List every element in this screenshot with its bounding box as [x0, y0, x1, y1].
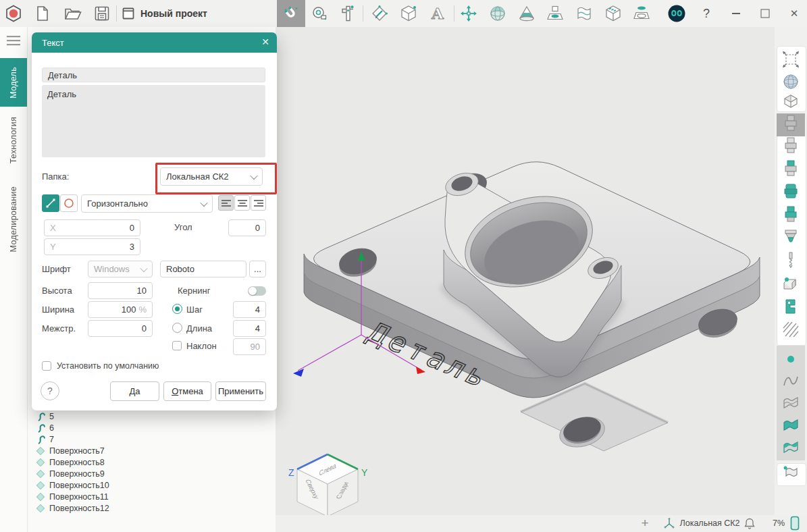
- step-field[interactable]: 4: [233, 301, 266, 318]
- tool-teal-top[interactable]: [782, 159, 800, 181]
- font-name-field[interactable]: Roboto: [160, 261, 246, 277]
- app-logo-icon[interactable]: [5, 5, 22, 22]
- workpiece-stock-tool[interactable]: [781, 275, 800, 295]
- tree-item-surface[interactable]: Поверхность10: [35, 479, 109, 491]
- assistant-robot-icon[interactable]: [667, 3, 687, 24]
- set-default-checkbox[interactable]: [42, 361, 51, 371]
- coordinate-system-icon: [663, 517, 675, 529]
- minimize-button[interactable]: [732, 13, 740, 14]
- tree-item-surface[interactable]: Поверхность8: [35, 456, 105, 468]
- dialog-titlebar[interactable]: Текст ✕: [32, 32, 277, 53]
- tool-holder-selected[interactable]: [782, 114, 800, 136]
- surface-half-teal-tool[interactable]: [782, 440, 800, 458]
- move-tool[interactable]: [460, 5, 477, 22]
- linespacing-field[interactable]: 0: [88, 320, 153, 337]
- tab-technology-label: Технология: [9, 117, 18, 163]
- save-button[interactable]: [94, 5, 110, 22]
- width-unit: %: [138, 304, 147, 315]
- point-tool[interactable]: [785, 354, 796, 367]
- tree-item-spline[interactable]: 5: [37, 410, 54, 422]
- dialog-help-label: ?: [47, 385, 53, 396]
- angle-field[interactable]: 0: [228, 219, 266, 236]
- slant-field[interactable]: 90: [233, 338, 266, 355]
- font-system-dropdown[interactable]: Windows: [88, 261, 153, 277]
- sphere-wireframe-tool[interactable]: [782, 73, 800, 93]
- tree-item-spline[interactable]: 6: [37, 422, 54, 433]
- solid-body-tool[interactable]: [400, 5, 417, 22]
- sketch-tool[interactable]: [371, 5, 388, 22]
- emboss-tool[interactable]: [633, 5, 650, 22]
- tree-item-surface[interactable]: Поверхность11: [35, 491, 109, 502]
- align-right-button[interactable]: [251, 195, 266, 211]
- ok-button[interactable]: Да: [110, 381, 159, 401]
- tab-model[interactable]: Модель: [0, 58, 27, 107]
- press-tool[interactable]: [546, 5, 564, 22]
- project-tab[interactable]: Новый проект: [140, 0, 207, 27]
- hamburger-menu-icon[interactable]: [7, 35, 20, 46]
- x-coordinate-field[interactable]: X0: [44, 219, 140, 236]
- tool-teal-stepped[interactable]: [782, 205, 800, 227]
- tree-item-surface[interactable]: Поверхность7: [35, 445, 105, 456]
- add-button[interactable]: +: [641, 516, 648, 531]
- font-browse-button[interactable]: ...: [249, 261, 266, 277]
- tree-item-surface[interactable]: Поверхность9: [35, 468, 105, 479]
- tab-technology[interactable]: Технология: [0, 109, 27, 171]
- apply-button[interactable]: Применить: [215, 381, 266, 401]
- measure-tape-tool[interactable]: [311, 5, 328, 22]
- width-field[interactable]: 100%: [88, 301, 153, 318]
- sphere-mesh-tool[interactable]: [489, 5, 506, 22]
- drill-bit-tool[interactable]: [784, 251, 798, 273]
- open-file-button[interactable]: [64, 6, 82, 21]
- folder-dropdown[interactable]: Локальная СК2: [160, 167, 263, 186]
- help-button[interactable]: ?: [703, 7, 710, 21]
- viewport-3d[interactable]: Деталь Z Y Слева Сверху: [276, 27, 775, 515]
- text-name-input[interactable]: Деталь: [42, 68, 265, 82]
- cube-pattern-tool[interactable]: [605, 5, 621, 22]
- tool-cone-teal[interactable]: [782, 228, 800, 250]
- surface-outline-tool[interactable]: [782, 395, 800, 414]
- height-field[interactable]: 10: [88, 282, 153, 299]
- tab-modeling[interactable]: Моделирование: [0, 174, 27, 265]
- dialog-close-icon[interactable]: ✕: [261, 36, 269, 47]
- maximize-button[interactable]: [761, 9, 770, 18]
- text-tool[interactable]: A: [429, 5, 446, 22]
- slant-checkbox[interactable]: [172, 341, 182, 350]
- align-center-button[interactable]: [234, 195, 250, 211]
- length-radio[interactable]: [172, 323, 182, 333]
- new-document-button[interactable]: [35, 5, 50, 22]
- magnet-snap-tool[interactable]: [283, 5, 299, 22]
- tree-item-spline[interactable]: 7: [37, 433, 54, 445]
- caliper-tool[interactable]: [341, 5, 355, 22]
- machine-fixture-tool[interactable]: [782, 298, 800, 318]
- hatch-section-tool[interactable]: [781, 320, 800, 342]
- surface-teal-tool[interactable]: [782, 417, 800, 436]
- box-section-tool[interactable]: [781, 93, 800, 112]
- zoom-level[interactable]: 7%: [773, 518, 785, 528]
- tree-item-surface[interactable]: Поверхность12: [35, 502, 109, 514]
- cone-fill-tool[interactable]: [518, 5, 536, 22]
- notifications-bell[interactable]: [744, 517, 755, 529]
- step-radio[interactable]: [172, 304, 182, 314]
- text-content-textarea[interactable]: Деталь: [42, 85, 265, 157]
- direction-dropdown[interactable]: Горизонтально: [81, 194, 213, 213]
- tool-teal-cylinder[interactable]: [782, 182, 800, 204]
- part-3d[interactable]: Деталь: [304, 162, 760, 452]
- circle-icon: [63, 198, 74, 209]
- fit-selection-tool[interactable]: [781, 50, 800, 72]
- surface-point-tool[interactable]: [782, 464, 800, 483]
- curve-tool[interactable]: [782, 373, 800, 391]
- circle-mode-button[interactable]: [60, 194, 78, 212]
- cancel-button[interactable]: Отмена: [163, 381, 211, 401]
- active-cs-label[interactable]: Локальная СК2: [679, 518, 739, 528]
- wave-surface-tool[interactable]: [575, 5, 593, 22]
- close-button[interactable]: ✕: [790, 7, 799, 20]
- line-mode-button[interactable]: [42, 194, 59, 212]
- dialog-help-button[interactable]: ?: [41, 381, 59, 400]
- tool-holder-gray[interactable]: [782, 136, 800, 158]
- diagonal-line-icon: [45, 198, 56, 209]
- kerning-toggle[interactable]: [248, 286, 266, 296]
- length-field[interactable]: 4: [233, 320, 266, 337]
- view-cube[interactable]: Z Y Слева Сверху Сзади: [288, 454, 368, 515]
- align-left-button[interactable]: [218, 195, 234, 211]
- y-coordinate-field[interactable]: Y3: [44, 238, 140, 255]
